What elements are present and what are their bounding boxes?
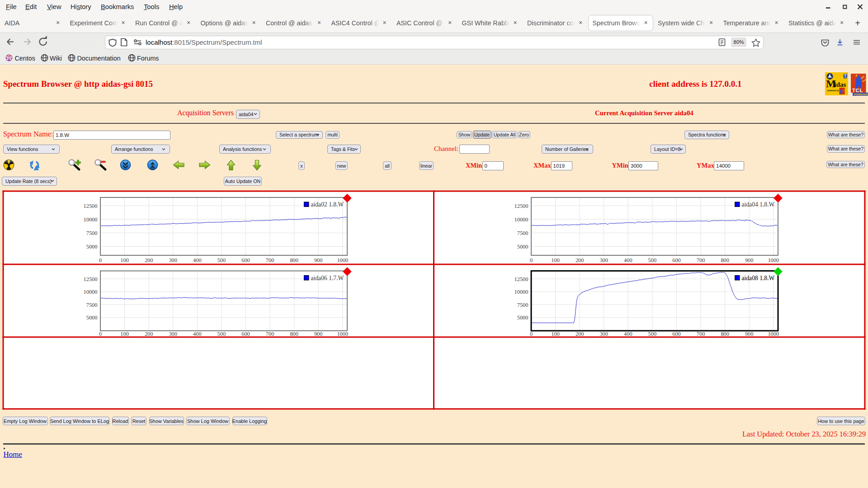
svg-text:700: 700 [697, 331, 705, 337]
svg-text:12500: 12500 [84, 276, 98, 282]
svg-text:900: 900 [314, 331, 323, 337]
svg-text:7500: 7500 [86, 230, 98, 236]
svg-text:200: 200 [145, 257, 153, 263]
svg-text:1000: 1000 [768, 331, 779, 337]
svg-text:0: 0 [99, 331, 102, 337]
svg-text:300: 300 [169, 331, 177, 337]
svg-text:700: 700 [266, 331, 274, 337]
svg-text:200: 200 [576, 257, 584, 263]
svg-text:100: 100 [551, 331, 560, 337]
svg-text:aida04 1.8.W: aida04 1.8.W [742, 201, 775, 208]
svg-text:400: 400 [193, 331, 202, 337]
svg-text:300: 300 [599, 331, 608, 337]
svg-text:500: 500 [217, 257, 226, 263]
svg-text:7500: 7500 [517, 230, 528, 236]
svg-text:900: 900 [745, 331, 754, 337]
svg-text:600: 600 [672, 331, 681, 337]
svg-text:400: 400 [193, 257, 202, 263]
svg-text:5000: 5000 [517, 314, 528, 321]
svg-text:12500: 12500 [514, 276, 528, 282]
svg-text:12500: 12500 [514, 203, 528, 209]
svg-text:10000: 10000 [514, 289, 528, 295]
svg-text:400: 400 [624, 257, 632, 263]
svg-text:800: 800 [721, 257, 729, 263]
svg-text:100: 100 [120, 331, 129, 337]
svg-text:100: 100 [120, 257, 129, 263]
svg-text:600: 600 [241, 331, 250, 337]
svg-text:700: 700 [697, 257, 705, 263]
svg-text:200: 200 [576, 331, 584, 337]
svg-text:0: 0 [530, 257, 533, 263]
svg-text:300: 300 [599, 257, 608, 263]
svg-text:800: 800 [290, 331, 298, 337]
svg-text:300: 300 [169, 257, 177, 263]
svg-text:1000: 1000 [768, 257, 779, 263]
svg-text:5000: 5000 [517, 244, 528, 250]
svg-text:aida08 1.8.W: aida08 1.8.W [742, 275, 775, 282]
svg-text:600: 600 [241, 257, 250, 263]
svg-text:5000: 5000 [86, 244, 98, 250]
svg-text:aida02 1.8.W: aida02 1.8.W [311, 201, 344, 208]
svg-text:5000: 5000 [86, 314, 98, 321]
svg-text:10000: 10000 [84, 289, 98, 295]
svg-text:800: 800 [721, 331, 729, 337]
svg-text:aida06 1.7.W: aida06 1.7.W [311, 275, 344, 282]
svg-text:1000: 1000 [337, 331, 348, 337]
svg-text:600: 600 [672, 257, 681, 263]
svg-text:400: 400 [624, 331, 632, 337]
svg-text:200: 200 [145, 331, 153, 337]
svg-text:1000: 1000 [337, 257, 348, 263]
svg-text:0: 0 [530, 331, 533, 337]
svg-text:0: 0 [99, 257, 102, 263]
svg-text:10000: 10000 [84, 216, 98, 223]
svg-text:900: 900 [745, 257, 754, 263]
svg-text:12500: 12500 [84, 203, 98, 209]
svg-text:500: 500 [648, 331, 657, 337]
svg-text:7500: 7500 [86, 302, 98, 308]
svg-text:500: 500 [648, 257, 657, 263]
svg-text:500: 500 [217, 331, 226, 337]
svg-text:7500: 7500 [517, 302, 528, 308]
svg-text:10000: 10000 [514, 216, 528, 223]
svg-text:800: 800 [290, 257, 298, 263]
svg-text:100: 100 [551, 257, 560, 263]
svg-text:900: 900 [314, 257, 323, 263]
svg-text:700: 700 [266, 257, 274, 263]
